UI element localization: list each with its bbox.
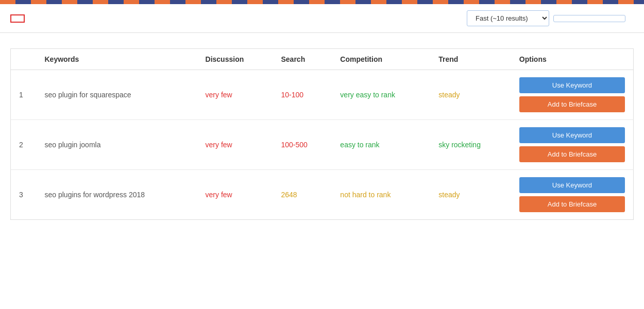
keyword-cell: seo plugin joomla (37, 120, 197, 170)
top-decorative-border (0, 0, 644, 4)
competition-cell: very easy to rank (332, 70, 430, 120)
discussion-cell: very few (197, 120, 273, 170)
trend-cell: steady (430, 170, 511, 220)
table-row: 3 seo plugins for wordpress 2018 very fe… (11, 170, 634, 220)
results-table-container: Keywords Discussion Search Competition T… (0, 48, 644, 220)
keyword-cell: seo plugins for wordpress 2018 (37, 170, 197, 220)
col-header-trend: Trend (430, 49, 511, 70)
google-selector[interactable] (553, 15, 625, 22)
row-number: 2 (11, 120, 37, 170)
header-controls: Fast (~10 results) (467, 10, 634, 26)
row-number: 3 (11, 170, 37, 220)
table-body: 1 seo plugin for squarespace very few 10… (11, 70, 634, 220)
col-header-keywords: Keywords (37, 49, 197, 70)
col-header-discussion: Discussion (197, 49, 273, 70)
use-keyword-button[interactable]: Use Keyword (519, 177, 625, 193)
trend-cell: sky rocketing (430, 120, 511, 170)
add-to-briefcase-button[interactable]: Add to Briefcase (519, 146, 625, 162)
clear-button[interactable] (630, 15, 634, 22)
col-header-num (11, 49, 37, 70)
add-to-briefcase-button[interactable]: Add to Briefcase (519, 96, 625, 112)
options-cell: Use Keyword Add to Briefcase (511, 120, 634, 170)
header: Fast (~10 results) (0, 4, 644, 33)
use-keyword-button[interactable]: Use Keyword (519, 77, 625, 93)
speed-dropdown[interactable]: Fast (~10 results) (467, 10, 549, 26)
options-cell: Use Keyword Add to Briefcase (511, 170, 634, 220)
keyword-section (0, 33, 644, 48)
trend-cell: steady (430, 70, 511, 120)
col-header-search: Search (273, 49, 332, 70)
discussion-cell: very few (197, 170, 273, 220)
results-table: Keywords Discussion Search Competition T… (10, 48, 634, 220)
options-cell: Use Keyword Add to Briefcase (511, 70, 634, 120)
search-cell: 100-500 (273, 120, 332, 170)
col-header-options: Options (511, 49, 634, 70)
add-to-briefcase-button[interactable]: Add to Briefcase (519, 196, 625, 212)
col-header-competition: Competition (332, 49, 430, 70)
discussion-cell: very few (197, 70, 273, 120)
table-row: 1 seo plugin for squarespace very few 10… (11, 70, 634, 120)
row-number: 1 (11, 70, 37, 120)
search-cell: 2648 (273, 170, 332, 220)
competition-cell: easy to rank (332, 120, 430, 170)
competition-cell: not hard to rank (332, 170, 430, 220)
table-row: 2 seo plugin joomla very few 100-500 eas… (11, 120, 634, 170)
search-cell: 10-100 (273, 70, 332, 120)
keyword-cell: seo plugin for squarespace (37, 70, 197, 120)
use-keyword-button[interactable]: Use Keyword (519, 127, 625, 143)
page-title (10, 14, 25, 23)
table-header: Keywords Discussion Search Competition T… (11, 49, 634, 70)
